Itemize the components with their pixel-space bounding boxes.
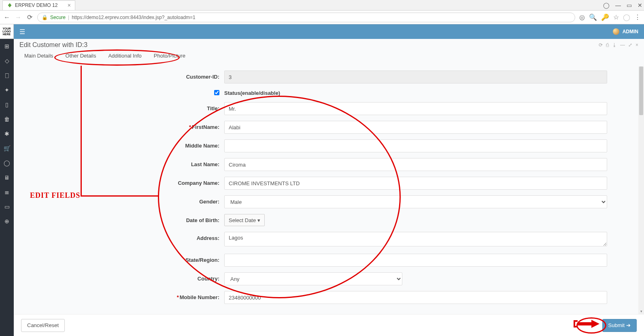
logo: YOUR LOGO HERE [0,24,14,39]
form-area: Customer-ID: 3 Status(enable/disable) Ti… [14,66,638,314]
sidebar-chat-icon[interactable]: ◯ [0,156,14,170]
menu-icon[interactable]: ⋮ [634,13,641,21]
sidebar-snow-icon[interactable]: ✱ [0,126,14,141]
label-customer-id: Customer-ID: [14,71,224,80]
arrow-right-icon: ➔ [626,322,631,328]
sidebar-money-icon[interactable]: ⎕ [0,68,14,83]
state-region-input[interactable] [224,254,607,267]
field-customer-id: 3 [224,71,607,83]
extension-icon[interactable]: ◯ [623,13,630,21]
caret-down-icon: ▾ [257,217,260,223]
sidebar-links-icon[interactable]: ✦ [0,83,14,97]
close-window-icon[interactable]: ✕ [638,2,642,9]
lock-icon: 🔒 [42,15,48,20]
dob-button-label: Select Date [229,217,256,223]
sidebar-dashboard-icon[interactable]: ⊞ [0,39,14,54]
target-icon[interactable]: ◎ [579,13,585,21]
sidebar-tag-icon[interactable]: ◇ [0,54,14,68]
url-text: https://demo12.erprev.com:8443/index.jsp… [72,15,196,20]
toolbar-right: ◎ 🔍 🔑 ☆ ◯ ⋮ [579,13,641,21]
form-tabs: Main Details Other Details Additional In… [14,49,644,64]
browser-tab[interactable]: ERPREV DEMO 12 × [2,0,75,10]
zoom-icon[interactable]: 🔍 [589,13,597,21]
label-address: Address: [14,232,224,241]
minimize-panel-icon[interactable]: — [620,42,625,48]
address-textarea[interactable]: Lagos [224,232,607,246]
mobile-input[interactable] [224,291,607,304]
country-select[interactable]: Any [224,272,402,285]
logo-text: YOUR LOGO HERE [0,27,13,36]
dob-select-button[interactable]: Select Date ▾ [224,214,265,226]
label-company-name: Company Name: [14,177,224,186]
reload-button[interactable]: ⟳ [26,14,33,21]
app-topbar: ☰ ADMIN [14,24,644,39]
label-first-name: FirstName: [192,124,219,130]
label-state-region: State/Region: [14,254,224,263]
expand-panel-icon[interactable]: ⤢ [628,42,632,48]
form-footer: Cancel/Reset Submit ➔ [14,314,644,336]
title-input[interactable] [224,102,607,115]
print-icon[interactable]: ⎙ [606,42,609,48]
sidebar-desktop-icon[interactable]: 🖥 [0,170,14,185]
label-mobile: Mobile Number: [180,294,219,300]
download-icon[interactable]: ⭳ [612,42,617,48]
key-icon[interactable]: 🔑 [601,13,609,21]
star-icon[interactable]: ☆ [613,13,619,21]
user-chrome-icon[interactable]: ◯ [603,2,610,9]
secure-label: Secure [50,15,66,20]
tab-close-icon[interactable]: × [68,2,71,9]
panel-actions: ⟳ ⎙ ⭳ — ⤢ × [599,42,638,48]
middle-name-input[interactable] [224,139,607,152]
sidebar: ⊞ ◇ ⎕ ✦ ▯ 🗑 ✱ 🛒 ◯ 🖥 ≣ ▭ ⊕ [0,39,14,336]
label-middle-name: Middle Name: [14,139,224,149]
close-panel-icon[interactable]: × [635,42,638,48]
cancel-button[interactable]: Cancel/Reset [21,319,65,332]
tab-photo-picture[interactable]: Photo/Picture [154,53,185,60]
browser-tab-strip: ERPREV DEMO 12 × ◯ — ▭ ✕ [0,0,644,11]
sidebar-doc-icon[interactable]: ▯ [0,97,14,112]
submit-button[interactable]: Submit ➔ [602,319,637,332]
label-dob: Date of Birth: [14,214,224,223]
sidebar-db-icon[interactable]: ≣ [0,185,14,199]
gender-select[interactable]: Male [224,195,607,208]
refresh-icon[interactable]: ⟳ [599,42,603,48]
label-status: Status(enable/disable) [224,90,280,96]
back-button[interactable]: ← [3,14,11,21]
browser-toolbar: ← → ⟳ 🔒 Secure | https://demo12.erprev.c… [0,11,644,24]
label-gender: Gender: [14,195,224,205]
first-name-input[interactable] [224,121,607,134]
label-country: Country: [14,272,224,282]
window-controls: ◯ — ▭ ✕ [603,0,642,11]
svg-marker-0 [8,3,12,8]
tab-additional-info[interactable]: Additional Info [108,53,141,60]
scroll-down-icon[interactable]: ▾ [638,308,644,314]
forward-button[interactable]: → [15,14,22,21]
scroll-thumb[interactable] [639,66,643,115]
page-title: Edit Customer with ID:3 [19,41,87,49]
user-label[interactable]: ADMIN [623,29,638,34]
label-last-name: Last Name: [14,158,224,167]
label-title: Title: [14,102,224,111]
last-name-input[interactable] [224,158,607,171]
sidebar-cart-icon[interactable]: 🛒 [0,141,14,156]
sidebar-globe-icon[interactable]: ⊕ [0,214,14,229]
submit-label: Submit [608,322,625,328]
minimize-icon[interactable]: — [615,2,621,9]
company-name-input[interactable] [224,177,607,190]
sidebar-trash-icon[interactable]: 🗑 [0,112,14,126]
favicon-icon [7,2,13,8]
maximize-icon[interactable]: ▭ [627,2,632,9]
hamburger-icon[interactable]: ☰ [19,28,25,36]
avatar[interactable] [613,28,619,35]
tab-other-details[interactable]: Other Details [66,53,96,60]
addr-sep: | [68,15,69,20]
sidebar-book-icon[interactable]: ▭ [0,199,14,214]
address-bar[interactable]: 🔒 Secure | https://demo12.erprev.com:844… [37,13,575,22]
status-checkbox[interactable] [214,90,219,95]
tab-title: ERPREV DEMO 12 [15,2,57,8]
tab-main-details[interactable]: Main Details [24,53,53,60]
vertical-scrollbar[interactable]: ▴ ▾ [638,66,644,314]
